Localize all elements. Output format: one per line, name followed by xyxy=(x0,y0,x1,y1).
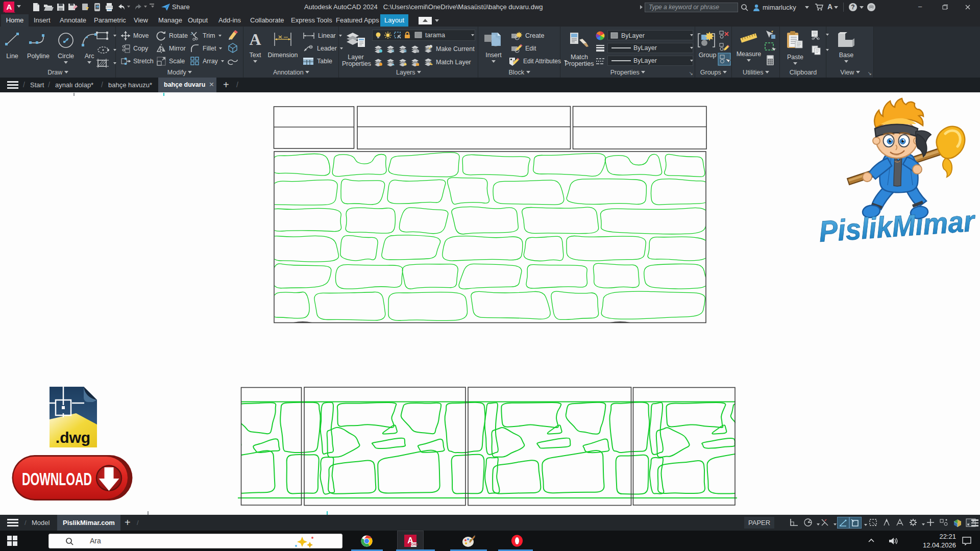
svg-text:A: A xyxy=(7,3,12,11)
svg-text:.dwg: .dwg xyxy=(56,429,90,446)
svg-text:A: A xyxy=(249,31,261,48)
svg-text:DOWNLOAD: DOWNLOAD xyxy=(22,469,92,489)
svg-text:PislikMımar: PislikMımar xyxy=(818,204,977,248)
svg-text:?: ? xyxy=(851,4,854,11)
